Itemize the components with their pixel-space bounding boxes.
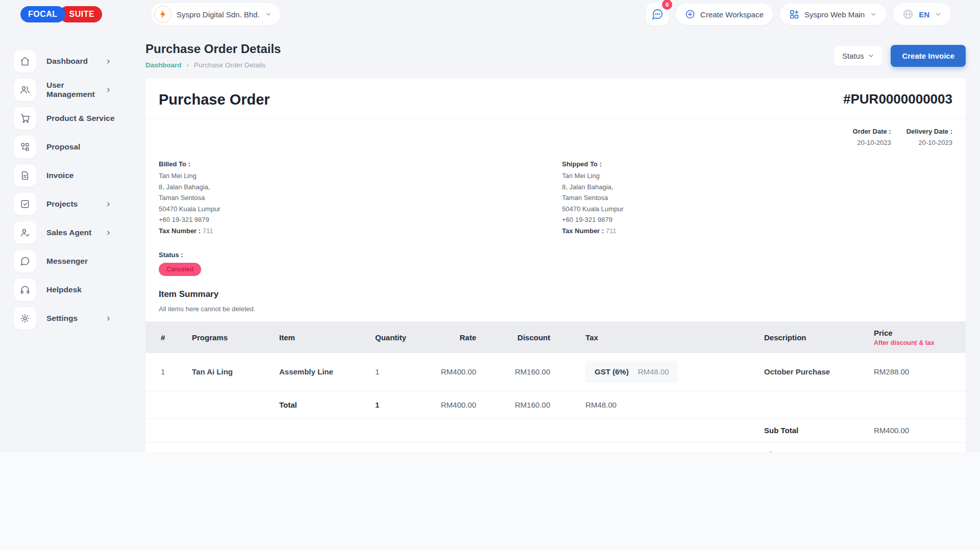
sidebar-item-messenger[interactable]: Messenger bbox=[14, 247, 135, 276]
sidebar: Dashboard User Management Product & Se bbox=[0, 29, 135, 333]
workspace-name: Syspro Digital Sdn. Bhd. bbox=[177, 10, 260, 19]
delivery-date-value: 20-10-2023 bbox=[906, 139, 952, 146]
logo-focal: FOCAL bbox=[20, 6, 65, 22]
order-date-value: 20-10-2023 bbox=[853, 139, 891, 146]
main-content: Purchase Order Details Dashboard › Purch… bbox=[135, 29, 980, 452]
sidebar-item-proposal[interactable]: Proposal bbox=[14, 133, 135, 161]
billed-to-block: Billed To : Tan Mei Ling 8, Jalan Bahagi… bbox=[159, 160, 562, 236]
create-invoice-button[interactable]: Create Invoice bbox=[891, 45, 966, 67]
item-name: Assembly Line bbox=[269, 353, 361, 391]
home-icon bbox=[14, 50, 36, 72]
sidebar-item-helpdesk[interactable]: Helpdesk bbox=[14, 276, 135, 304]
items-table: # Programs Item Quantity Rate Discount T… bbox=[145, 321, 966, 452]
language-selector[interactable]: EN bbox=[893, 3, 951, 26]
sidebar-item-sales-agent[interactable]: Sales Agent bbox=[14, 218, 135, 247]
chevron-right-icon bbox=[105, 87, 112, 93]
messages-button[interactable]: 0 bbox=[646, 3, 669, 26]
tax-box: GST (6%) RM48.00 bbox=[585, 361, 678, 383]
price-note: After discount & tax bbox=[874, 339, 966, 346]
po-number: #PUR0000000003 bbox=[843, 91, 952, 107]
item-quantity: 1 bbox=[361, 353, 430, 391]
workspace-selector[interactable]: Syspro Digital Sdn. Bhd. bbox=[151, 3, 280, 26]
breadcrumb-separator: › bbox=[187, 61, 189, 69]
create-workspace-label: Create Workspace bbox=[700, 10, 764, 19]
breadcrumb-dashboard-link[interactable]: Dashboard bbox=[145, 61, 182, 69]
language-label: EN bbox=[919, 10, 929, 19]
user-check-icon bbox=[14, 221, 36, 244]
cart-icon bbox=[14, 107, 36, 130]
grid-plus-icon bbox=[789, 9, 799, 19]
app-menu-label: Syspro Web Main bbox=[804, 10, 865, 19]
breadcrumb: Dashboard › Purchase Order Details bbox=[145, 61, 281, 69]
item-program: Tan Ai Ling bbox=[182, 353, 269, 391]
chat-bubble-icon bbox=[651, 8, 664, 20]
page-header: Purchase Order Details Dashboard › Purch… bbox=[145, 42, 966, 69]
sidebar-item-invoice[interactable]: Invoice bbox=[14, 161, 135, 190]
sidebar-item-settings[interactable]: Settings bbox=[14, 304, 135, 333]
chevron-right-icon bbox=[105, 201, 112, 208]
po-title: Purchase Order bbox=[159, 91, 270, 108]
chat-count-badge: 0 bbox=[662, 0, 672, 10]
headphones-icon bbox=[14, 279, 36, 301]
gear-icon bbox=[14, 307, 36, 330]
workspace-logo-icon bbox=[154, 6, 172, 23]
topbar: FOCAL SUITE Syspro Digital Sdn. Bhd. bbox=[0, 0, 980, 29]
address-section: Billed To : Tan Mei Ling 8, Jalan Bahagi… bbox=[145, 146, 966, 236]
create-workspace-button[interactable]: Create Workspace bbox=[676, 4, 773, 25]
item-row: 1 Tan Ai Ling Assembly Line 1 RM400.00 R… bbox=[145, 353, 966, 391]
chevron-right-icon bbox=[105, 315, 112, 322]
header-actions: Status Create Invoice bbox=[834, 45, 966, 67]
chevron-down-icon bbox=[868, 53, 874, 59]
app-menu-selector[interactable]: Syspro Web Main bbox=[780, 4, 886, 25]
topbar-actions: 0 Create Workspace Syspro Web Main bbox=[646, 3, 951, 26]
globe-icon bbox=[902, 9, 914, 20]
page-title: Purchase Order Details bbox=[145, 42, 281, 56]
logo-zone: FOCAL SUITE bbox=[0, 6, 135, 22]
sidebar-item-product-service[interactable]: Product & Service bbox=[14, 104, 135, 133]
item-rate: RM400.00 bbox=[430, 353, 488, 391]
item-summary-header: Item Summary All items here cannot be de… bbox=[145, 276, 966, 313]
item-discount: RM160.00 bbox=[488, 353, 562, 391]
order-status-block: Status : Canceled bbox=[145, 236, 966, 276]
po-title-row: Purchase Order #PUR0000000003 bbox=[145, 78, 966, 118]
breadcrumb-current: Purchase Order Details bbox=[194, 61, 265, 69]
sidebar-item-dashboard[interactable]: Dashboard bbox=[14, 47, 135, 76]
subtotal-row: Sub Total RM400.00 bbox=[145, 418, 966, 442]
purchase-order-card: Purchase Order #PUR0000000003 Order Date… bbox=[145, 78, 966, 452]
plus-circle-icon bbox=[685, 9, 695, 19]
chevron-down-icon bbox=[935, 11, 942, 18]
totals-row: Total 1 RM400.00 RM160.00 RM48.00 bbox=[145, 391, 966, 418]
status-dropdown-button[interactable]: Status bbox=[834, 46, 883, 66]
chevron-down-icon bbox=[265, 11, 272, 18]
sidebar-item-user-management[interactable]: User Management bbox=[14, 76, 135, 104]
invoice-file-icon bbox=[14, 164, 36, 187]
chevron-right-icon bbox=[105, 58, 112, 65]
below-fold-background bbox=[0, 452, 980, 551]
items-table-header: # Programs Item Quantity Rate Discount T… bbox=[145, 321, 966, 353]
chevron-right-icon bbox=[105, 230, 112, 236]
users-icon bbox=[14, 79, 36, 101]
delivery-date-block: Delivery Date : 20-10-2023 bbox=[906, 128, 952, 146]
item-description: October Purchase bbox=[749, 353, 861, 391]
focal-suite-logo: FOCAL SUITE bbox=[20, 6, 102, 22]
proposal-icon bbox=[14, 136, 36, 158]
logo-suite: SUITE bbox=[59, 6, 103, 22]
message-bubble-icon bbox=[14, 250, 36, 272]
chevron-down-icon bbox=[870, 11, 877, 18]
discount-row: Discount RM160.00 bbox=[145, 442, 966, 452]
order-date-block: Order Date : 20-10-2023 bbox=[853, 128, 891, 146]
po-dates: Order Date : 20-10-2023 Delivery Date : … bbox=[145, 119, 966, 146]
app-window: FOCAL SUITE Syspro Digital Sdn. Bhd. bbox=[0, 0, 980, 452]
check-square-icon bbox=[14, 193, 36, 215]
item-price: RM288.00 bbox=[861, 353, 966, 391]
sidebar-item-projects[interactable]: Projects bbox=[14, 190, 135, 218]
shipped-to-block: Shipped To : Tan Mei Ling 8, Jalan Bahag… bbox=[562, 160, 952, 236]
status-badge: Canceled bbox=[159, 263, 201, 276]
